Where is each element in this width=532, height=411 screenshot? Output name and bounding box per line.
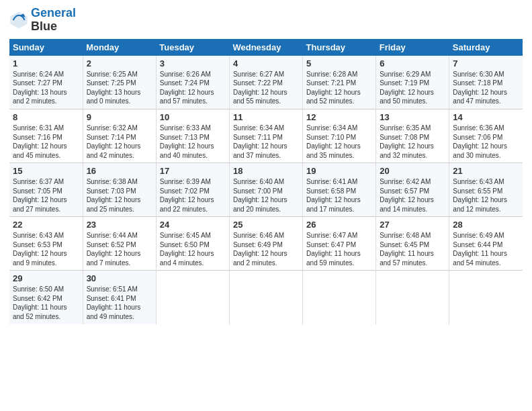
cell-info: Sunrise: 6:30 AMSunset: 7:18 PMDaylight:… xyxy=(453,70,519,106)
calendar-cell: 17Sunrise: 6:39 AMSunset: 7:02 PMDayligh… xyxy=(156,163,229,217)
cell-info: Sunrise: 6:51 AMSunset: 6:41 PMDaylight:… xyxy=(87,285,152,321)
calendar-cell: 25Sunrise: 6:46 AMSunset: 6:49 PMDayligh… xyxy=(229,217,302,271)
day-number: 10 xyxy=(160,112,226,122)
day-number: 12 xyxy=(306,112,372,122)
column-header-monday: Monday xyxy=(83,39,156,56)
logo-icon xyxy=(9,11,28,30)
cell-info: Sunrise: 6:32 AMSunset: 7:14 PMDaylight:… xyxy=(87,124,152,160)
cell-info: Sunrise: 6:24 AMSunset: 7:27 PMDaylight:… xyxy=(13,70,79,106)
page-container: GeneralBlue SundayMondayTuesdayWednesday… xyxy=(0,0,532,331)
calendar-body: 1Sunrise: 6:24 AMSunset: 7:27 PMDaylight… xyxy=(9,56,523,324)
day-number: 2 xyxy=(87,58,152,68)
calendar-week-3: 15Sunrise: 6:37 AMSunset: 7:05 PMDayligh… xyxy=(9,163,523,217)
calendar-week-4: 22Sunrise: 6:43 AMSunset: 6:53 PMDayligh… xyxy=(9,217,523,271)
calendar-cell: 6Sunrise: 6:29 AMSunset: 7:19 PMDaylight… xyxy=(376,56,449,109)
calendar-cell: 15Sunrise: 6:37 AMSunset: 7:05 PMDayligh… xyxy=(9,163,83,217)
calendar-cell: 27Sunrise: 6:48 AMSunset: 6:45 PMDayligh… xyxy=(376,217,449,271)
day-number: 3 xyxy=(160,58,226,68)
day-number: 7 xyxy=(453,58,519,68)
calendar-cell: 13Sunrise: 6:35 AMSunset: 7:08 PMDayligh… xyxy=(376,109,449,163)
column-header-wednesday: Wednesday xyxy=(229,39,302,56)
cell-info: Sunrise: 6:49 AMSunset: 6:44 PMDaylight:… xyxy=(453,231,519,267)
cell-info: Sunrise: 6:36 AMSunset: 7:06 PMDaylight:… xyxy=(453,124,519,160)
calendar-cell: 24Sunrise: 6:45 AMSunset: 6:50 PMDayligh… xyxy=(156,217,229,271)
calendar-cell: 5Sunrise: 6:28 AMSunset: 7:21 PMDaylight… xyxy=(303,56,376,109)
logo-text: GeneralBlue xyxy=(31,7,76,34)
cell-info: Sunrise: 6:46 AMSunset: 6:49 PMDaylight:… xyxy=(233,231,299,267)
column-header-tuesday: Tuesday xyxy=(156,39,229,56)
cell-info: Sunrise: 6:45 AMSunset: 6:50 PMDaylight:… xyxy=(160,231,226,267)
day-number: 26 xyxy=(306,220,372,230)
calendar-cell: 30Sunrise: 6:51 AMSunset: 6:41 PMDayligh… xyxy=(83,271,156,324)
cell-info: Sunrise: 6:43 AMSunset: 6:53 PMDaylight:… xyxy=(13,231,79,267)
cell-info: Sunrise: 6:48 AMSunset: 6:45 PMDaylight:… xyxy=(380,231,445,267)
column-header-saturday: Saturday xyxy=(449,39,523,56)
calendar-cell: 28Sunrise: 6:49 AMSunset: 6:44 PMDayligh… xyxy=(449,217,523,271)
calendar-cell: 18Sunrise: 6:40 AMSunset: 7:00 PMDayligh… xyxy=(229,163,302,217)
page-header: GeneralBlue xyxy=(9,7,523,34)
calendar-cell: 8Sunrise: 6:31 AMSunset: 7:16 PMDaylight… xyxy=(9,109,83,163)
cell-info: Sunrise: 6:26 AMSunset: 7:24 PMDaylight:… xyxy=(160,70,226,106)
day-number: 8 xyxy=(13,112,79,122)
calendar-cell xyxy=(449,271,523,324)
cell-info: Sunrise: 6:43 AMSunset: 6:55 PMDaylight:… xyxy=(453,177,519,214)
day-number: 22 xyxy=(13,220,79,230)
calendar-cell xyxy=(303,271,376,324)
calendar-cell: 9Sunrise: 6:32 AMSunset: 7:14 PMDaylight… xyxy=(83,109,156,163)
calendar-cell: 22Sunrise: 6:43 AMSunset: 6:53 PMDayligh… xyxy=(9,217,83,271)
calendar-cell: 11Sunrise: 6:34 AMSunset: 7:11 PMDayligh… xyxy=(229,109,302,163)
day-number: 25 xyxy=(233,220,299,230)
calendar-cell: 3Sunrise: 6:26 AMSunset: 7:24 PMDaylight… xyxy=(156,56,229,109)
calendar-cell: 29Sunrise: 6:50 AMSunset: 6:42 PMDayligh… xyxy=(9,271,83,324)
calendar-cell: 26Sunrise: 6:47 AMSunset: 6:47 PMDayligh… xyxy=(303,217,376,271)
cell-info: Sunrise: 6:37 AMSunset: 7:05 PMDaylight:… xyxy=(13,177,79,214)
day-number: 28 xyxy=(453,220,519,230)
cell-info: Sunrise: 6:39 AMSunset: 7:02 PMDaylight:… xyxy=(160,177,226,214)
cell-info: Sunrise: 6:38 AMSunset: 7:03 PMDaylight:… xyxy=(87,177,152,214)
cell-info: Sunrise: 6:34 AMSunset: 7:10 PMDaylight:… xyxy=(306,124,372,160)
cell-info: Sunrise: 6:31 AMSunset: 7:16 PMDaylight:… xyxy=(13,124,79,160)
cell-info: Sunrise: 6:33 AMSunset: 7:13 PMDaylight:… xyxy=(160,124,226,160)
calendar-cell: 16Sunrise: 6:38 AMSunset: 7:03 PMDayligh… xyxy=(83,163,156,217)
cell-info: Sunrise: 6:44 AMSunset: 6:52 PMDaylight:… xyxy=(87,231,152,267)
calendar-cell xyxy=(376,271,449,324)
calendar-table: SundayMondayTuesdayWednesdayThursdayFrid… xyxy=(9,39,523,324)
calendar-cell: 1Sunrise: 6:24 AMSunset: 7:27 PMDaylight… xyxy=(9,56,83,109)
day-number: 27 xyxy=(380,220,445,230)
calendar-cell: 23Sunrise: 6:44 AMSunset: 6:52 PMDayligh… xyxy=(83,217,156,271)
calendar-cell: 2Sunrise: 6:25 AMSunset: 7:25 PMDaylight… xyxy=(83,56,156,109)
column-header-friday: Friday xyxy=(376,39,449,56)
calendar-header-row: SundayMondayTuesdayWednesdayThursdayFrid… xyxy=(9,39,523,56)
day-number: 6 xyxy=(380,58,445,68)
day-number: 17 xyxy=(160,166,226,176)
day-number: 24 xyxy=(160,220,226,230)
calendar-cell: 14Sunrise: 6:36 AMSunset: 7:06 PMDayligh… xyxy=(449,109,523,163)
day-number: 29 xyxy=(13,273,79,283)
cell-info: Sunrise: 6:50 AMSunset: 6:42 PMDaylight:… xyxy=(13,285,79,321)
day-number: 1 xyxy=(13,58,79,68)
calendar-cell: 20Sunrise: 6:42 AMSunset: 6:57 PMDayligh… xyxy=(376,163,449,217)
day-number: 20 xyxy=(380,166,445,176)
calendar-week-5: 29Sunrise: 6:50 AMSunset: 6:42 PMDayligh… xyxy=(9,271,523,324)
day-number: 9 xyxy=(87,112,152,122)
cell-info: Sunrise: 6:42 AMSunset: 6:57 PMDaylight:… xyxy=(380,177,445,214)
calendar-cell: 4Sunrise: 6:27 AMSunset: 7:22 PMDaylight… xyxy=(229,56,302,109)
calendar-cell: 12Sunrise: 6:34 AMSunset: 7:10 PMDayligh… xyxy=(303,109,376,163)
day-number: 18 xyxy=(233,166,299,176)
cell-info: Sunrise: 6:28 AMSunset: 7:21 PMDaylight:… xyxy=(306,70,372,106)
calendar-week-2: 8Sunrise: 6:31 AMSunset: 7:16 PMDaylight… xyxy=(9,109,523,163)
column-header-sunday: Sunday xyxy=(9,39,83,56)
day-number: 30 xyxy=(87,273,152,283)
svg-marker-0 xyxy=(10,11,27,28)
calendar-cell xyxy=(156,271,229,324)
day-number: 23 xyxy=(87,220,152,230)
day-number: 13 xyxy=(380,112,445,122)
day-number: 11 xyxy=(233,112,299,122)
cell-info: Sunrise: 6:35 AMSunset: 7:08 PMDaylight:… xyxy=(380,124,445,160)
cell-info: Sunrise: 6:40 AMSunset: 7:00 PMDaylight:… xyxy=(233,177,299,214)
day-number: 16 xyxy=(87,166,152,176)
day-number: 14 xyxy=(453,112,519,122)
cell-info: Sunrise: 6:27 AMSunset: 7:22 PMDaylight:… xyxy=(233,70,299,106)
calendar-cell: 7Sunrise: 6:30 AMSunset: 7:18 PMDaylight… xyxy=(449,56,523,109)
calendar-cell xyxy=(229,271,302,324)
